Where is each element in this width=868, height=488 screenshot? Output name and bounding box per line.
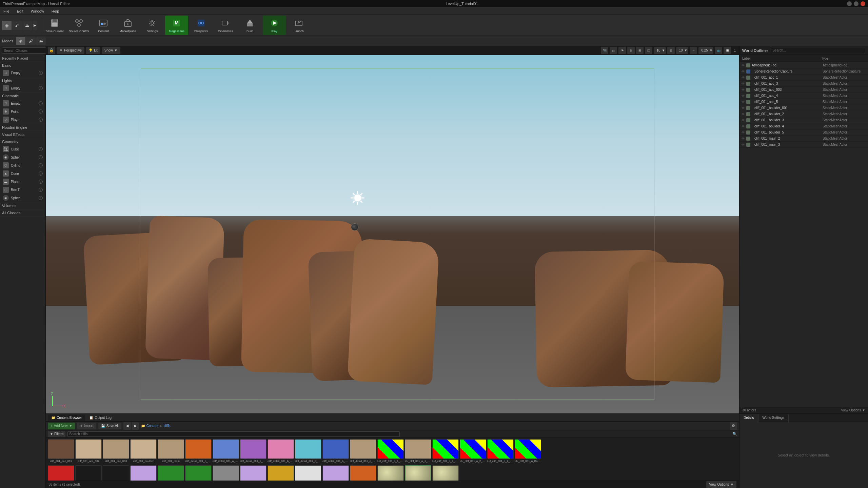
actor-add-btn-sphere2[interactable]: ○ <box>39 196 43 200</box>
visibility-toggle[interactable]: 👁 <box>741 88 745 92</box>
minimize-button[interactable] <box>847 1 852 6</box>
asset-item[interactable]: cliff_001_boulder <box>130 439 157 463</box>
outliner-item[interactable]: 👁 cliff_001_boulder_5 StaticMeshActor <box>739 129 868 136</box>
volumes-header[interactable]: Volumes <box>0 202 45 209</box>
mode-select-btn[interactable]: ◈ 🖌 ⛰ ▶ <box>2 21 37 30</box>
actor-cone[interactable]: ▲ Cone ○ <box>0 169 45 178</box>
vp-icon-9[interactable]: 🔲 <box>724 47 731 54</box>
import-button[interactable]: ⬆ Import <box>77 423 96 429</box>
vp-icon-8[interactable]: 📺 <box>715 47 722 54</box>
asset-item[interactable]: L1_Normal <box>240 465 267 481</box>
mode-btn-paint[interactable]: 🖌 <box>26 37 36 45</box>
actor-add-btn-3[interactable]: ○ <box>39 101 43 105</box>
outliner-item[interactable]: 👁 cliff_001_main_2 StaticMeshActor <box>739 136 868 142</box>
asset-item[interactable]: LU_cliff_001_a_1_Normal <box>377 439 404 463</box>
visibility-toggle[interactable]: 👁 <box>741 76 745 80</box>
outliner-item[interactable]: 👁 cliff_001_acc_4 StaticMeshActor <box>739 93 868 99</box>
asset-item[interactable]: LU_cliff_001_a_1_RGBMaskWear <box>405 439 431 463</box>
asset-item[interactable]: cliff_001_acc_001 <box>48 439 74 463</box>
asset-item[interactable]: cliff_001_main <box>158 439 184 463</box>
asset-item[interactable]: L2_Occlusion_Roughness_Metallic <box>350 465 376 481</box>
actor-add-btn-cone[interactable]: ○ <box>39 171 43 176</box>
actor-add-btn-1[interactable]: ○ <box>39 71 43 75</box>
actor-cube[interactable]: Cube ○ <box>0 145 45 153</box>
save-all-button[interactable]: 💾 Save All <box>98 423 121 429</box>
visibility-toggle[interactable]: 👁 <box>741 106 745 110</box>
content-browser-tab[interactable]: 📁 Content Browser <box>48 414 85 421</box>
vp-icon-7[interactable]: ↔ <box>690 47 697 54</box>
search-assets-input[interactable] <box>67 431 399 437</box>
nav-fwd-btn[interactable]: ▶ <box>132 422 139 430</box>
asset-item[interactable]: LU_cliff_EmissiveHeight <box>103 465 129 481</box>
asset-item[interactable]: L1_Occlusion_Roughness_Metallic <box>268 465 294 481</box>
viewport-lock-btn[interactable]: 🔒 <box>48 47 55 54</box>
asset-item[interactable]: LU_cliff_001_Normal <box>130 465 157 481</box>
asset-item[interactable]: LU_cliff_001_RAOM <box>158 465 184 481</box>
asset-item[interactable]: cliff_detail_001_b_basecolor <box>268 439 294 463</box>
actor-box[interactable]: ▢ Box T ○ <box>0 186 45 194</box>
geometry-header[interactable]: Geometry <box>0 138 45 145</box>
mode-btn-terrain[interactable]: ⛰ <box>36 37 46 45</box>
asset-item[interactable]: cliff_detail_001_b_basecolor <box>295 439 321 463</box>
asset-item[interactable]: L2_BaseColor <box>295 465 321 481</box>
viewport-lit-btn[interactable]: 💡 Lit <box>86 47 100 54</box>
menu-edit[interactable]: Edit <box>16 8 25 14</box>
visibility-toggle[interactable]: 👁 <box>741 63 745 67</box>
outliner-item[interactable]: 👁 cliff_001_acc_1 StaticMeshActor <box>739 75 868 81</box>
cb-settings-btn[interactable]: ⚙ <box>730 422 737 430</box>
search-classes-input[interactable] <box>2 47 48 54</box>
actor-empty-2[interactable]: □ Empty ○ <box>0 84 45 92</box>
actor-empty-1[interactable]: □ Empty ○ <box>0 69 45 77</box>
visibility-toggle[interactable]: 👁 <box>741 124 745 128</box>
actor-player[interactable]: ▷ Playe ○ <box>0 116 45 124</box>
launch-button[interactable]: Launch <box>287 16 310 35</box>
asset-item[interactable]: LU_cliff_001_a_2_Normal <box>460 439 486 463</box>
asset-item[interactable]: LU_cliff_001_a_D <box>48 465 74 481</box>
play-button[interactable]: Play <box>263 16 286 35</box>
outliner-item[interactable]: 👁 cliff_001_main_3 StaticMeshActor <box>739 142 868 148</box>
visibility-toggle[interactable]: 👁 <box>741 69 745 74</box>
asset-item[interactable]: M_cliff_002_a <box>432 465 459 481</box>
search-assets-btn[interactable]: 🔍 <box>732 432 737 436</box>
actor-add-btn-cube[interactable]: ○ <box>39 147 43 151</box>
view-options-btn[interactable]: View Options ▼ <box>706 481 736 488</box>
vp-icon-3[interactable]: ⊕ <box>627 47 635 54</box>
asset-item[interactable]: cliff_detail_001_a_BaseColor <box>185 439 212 463</box>
nav-back-btn[interactable]: ◀ <box>123 422 131 430</box>
vp-rot-snap[interactable]: 10 ▼ <box>676 47 688 54</box>
actor-add-btn-2[interactable]: ○ <box>39 86 43 90</box>
asset-item[interactable]: cliff_detail_001_c_basecolor <box>350 439 376 463</box>
asset-item[interactable]: LU_cliff_001_a_RAOM_D <box>185 465 212 481</box>
world-settings-tab[interactable]: World Settings <box>758 414 789 422</box>
actor-add-btn-box[interactable]: ○ <box>39 188 43 192</box>
outliner-item[interactable]: 👁 cliff_001_acc_003 StaticMeshActor <box>739 87 868 93</box>
breadcrumb-content[interactable]: Content <box>146 424 158 428</box>
outliner-item[interactable]: 👁 cliff_001_acc_5 StaticMeshActor <box>739 99 868 105</box>
viewport-canvas[interactable]: X Z <box>46 55 739 413</box>
outliner-item[interactable]: 👁 cliff_001_boulder_001 StaticMeshActor <box>739 105 868 111</box>
cinematic-header[interactable]: Cinematic <box>0 93 45 99</box>
filters-button[interactable]: ▼ Filters <box>48 431 65 437</box>
asset-item[interactable]: cliff_detail_001_a_normal <box>240 439 267 463</box>
outliner-item[interactable]: 👁 SphereReflectionCapture SphereReflecti… <box>739 68 868 75</box>
actor-add-btn-plane[interactable]: ○ <box>39 180 43 184</box>
actor-add-btn-5[interactable]: ○ <box>39 118 43 122</box>
outliner-item[interactable]: 👁 cliff_001_acc_3 StaticMeshActor <box>739 81 868 87</box>
lights-header[interactable]: Lights <box>0 77 45 84</box>
all-classes-header[interactable]: All Classes <box>0 209 45 216</box>
visibility-toggle[interactable]: 👁 <box>741 118 745 122</box>
close-button[interactable] <box>861 1 865 6</box>
basic-header[interactable]: Basic <box>0 62 45 69</box>
vp-icon-6[interactable]: ⊞ <box>667 47 675 54</box>
settings-button[interactable]: Settings <box>141 16 164 35</box>
outliner-item[interactable]: 👁 cliff_001_boulder_2 StaticMeshActor <box>739 111 868 117</box>
outliner-item[interactable]: 👁 cliff_001_boulder_4 StaticMeshActor <box>739 123 868 129</box>
output-log-tab[interactable]: 📋 Output Log <box>86 414 115 421</box>
vp-icon-1[interactable]: ⚏ <box>610 47 617 54</box>
mode-btn-select[interactable]: ◈ <box>16 37 25 45</box>
asset-item[interactable]: L1_BaseColor <box>213 465 239 481</box>
marketplace-button[interactable]: Marketplace <box>116 16 139 35</box>
asset-item[interactable]: LU_cliff_001_a_2_RGBMaskWear <box>487 439 514 463</box>
megascans-button[interactable]: M Megascans <box>165 16 188 35</box>
build-button[interactable]: Build <box>238 16 261 35</box>
